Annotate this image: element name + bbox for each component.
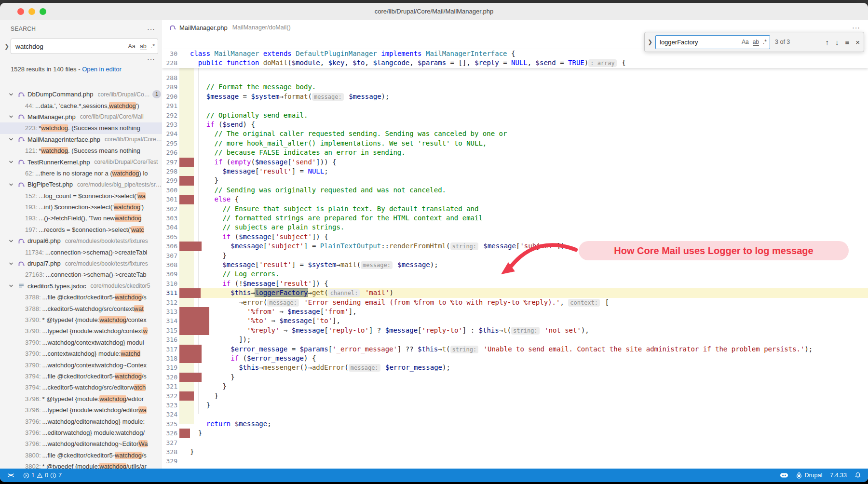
search-panel-menu-icon[interactable]: ··· [147, 25, 155, 33]
search-result-match-row[interactable]: 223: * watchdog. (Success means nothing [0, 122, 162, 134]
code-line[interactable]: 312 →error(message: 'Error sending email… [162, 298, 868, 307]
code-line[interactable]: 329 [162, 457, 868, 466]
code-line[interactable]: 303 // formatted strings are prepared fo… [162, 214, 868, 223]
search-result-match-row[interactable]: 193: ...()->fetchField(), 'Two new watch… [0, 213, 162, 224]
search-result-match-row[interactable]: 3796: ...watchdog/editorwatchdog} module… [0, 416, 162, 427]
code-line[interactable]: 314 '%to' ⇒ $message['to'], [162, 316, 868, 325]
find-next-icon[interactable]: ↓ [835, 38, 839, 46]
code-line[interactable]: 320 } [162, 373, 868, 382]
language-mode[interactable]: Drupal [796, 472, 822, 479]
search-result-match-row[interactable]: 62: ...there is no storage nor a (watchd… [0, 168, 162, 179]
code-line[interactable]: 298 $message['result'] = NULL; [162, 167, 868, 176]
search-result-match-row[interactable]: 3790: ...watchdog/contextwatchdog} modul [0, 337, 162, 348]
code-line[interactable]: 295 // more hook_mail_alter() implementa… [162, 139, 868, 148]
search-result-match-row[interactable]: 44: ...data.', 'cache.*,sessions,watchdo… [0, 100, 162, 111]
tab-file-name[interactable]: MailManager.php [179, 24, 228, 31]
code-line[interactable]: 322 } [162, 391, 868, 401]
search-result-match-row[interactable]: 3802: * @typedef {module:watchdog/utils/… [0, 461, 162, 469]
code-line[interactable]: 308 $message['result'] = $system→mail(me… [162, 260, 868, 269]
problems-indicator[interactable]: 1 0 7 [23, 472, 62, 479]
code-line[interactable]: 323 } [162, 401, 868, 410]
find-previous-icon[interactable]: ↑ [825, 38, 829, 46]
code-line[interactable]: 310 if (!$message['result']) { [162, 279, 868, 288]
code-line[interactable]: 325 return $message; [162, 419, 868, 429]
code-line[interactable]: 291 [162, 101, 868, 110]
regex-icon[interactable]: .* [151, 43, 155, 50]
code-line[interactable]: 294 // The original caller requested sen… [162, 129, 868, 138]
toggle-replace-expand-icon[interactable]: ❯ [645, 39, 655, 45]
code-line[interactable]: 316 ]); [162, 335, 868, 344]
find-close-icon[interactable]: × [855, 38, 860, 46]
search-result-file-row[interactable]: drupal7.phpcore/modules/book/tests/fixtu… [0, 258, 162, 269]
search-result-match-row[interactable]: 3796: * @typedef {module:watchdog/editor [0, 393, 162, 404]
search-result-match-row[interactable]: 193: ...int) $connection->select('watchd… [0, 202, 162, 213]
search-result-file-row[interactable]: MailManager.phpcore/lib/Drupal/Core/Mail [0, 111, 162, 122]
copilot-icon[interactable] [780, 472, 788, 479]
code-line[interactable]: 296 // because FALSE indicates an error … [162, 148, 868, 157]
search-result-match-row[interactable]: 152: ...log_count = $connection->select(… [0, 190, 162, 202]
code-line[interactable]: 317 $error_message = $params['_error_mes… [162, 345, 868, 354]
code-line[interactable]: 304 // subjects are plain strings. [162, 223, 868, 232]
search-result-match-row[interactable]: 3790: ...typedef {module:watchdog/contex… [0, 325, 162, 336]
code-line[interactable]: 328} [162, 447, 868, 457]
code-line[interactable]: 315 '%reply' ⇒ $message['reply-to'] ? $m… [162, 326, 868, 335]
find-in-selection-icon[interactable]: ≡ [845, 38, 849, 46]
code-line[interactable]: 299 } [162, 176, 868, 185]
toggle-search-details-icon[interactable]: ··· [0, 54, 162, 63]
search-result-match-row[interactable]: 27163: ...connection->schema()->createTa… [0, 269, 162, 280]
search-result-match-row[interactable]: 3794: ...file @ckeditor/ckeditor5-watchd… [0, 371, 162, 382]
whole-word-icon[interactable]: ab [140, 43, 147, 50]
search-result-file-row[interactable]: ckeditor5.types.jsdoccore/modules/ckedit… [0, 281, 162, 292]
code-line[interactable]: 302 // Ensure that subject is plain text… [162, 204, 868, 214]
open-in-editor-link[interactable]: Open in editor [82, 66, 122, 73]
code-line[interactable]: 288 [162, 73, 868, 82]
code-line[interactable]: 290 $message = $system→format(message: $… [162, 92, 868, 101]
code-line[interactable]: 228 public function doMail($module, $key… [162, 58, 868, 67]
search-result-match-row[interactable]: 3794: ...ckeditor5-watchdog/src/editorwa… [0, 382, 162, 393]
code-line[interactable]: 326 } [162, 429, 868, 438]
code-line[interactable]: 301 else { [162, 195, 868, 204]
search-result-file-row[interactable]: BigPipeTest.phpcore/modules/big_pipe/tes… [0, 179, 162, 190]
match-case-icon[interactable]: Aa [128, 43, 135, 50]
code-line[interactable]: 318 if ($error_message) { [162, 354, 868, 363]
search-result-match-row[interactable]: 197: ...records = $connection->select('w… [0, 224, 162, 235]
notifications-bell-icon[interactable] [854, 472, 861, 479]
code-line[interactable]: 321 } [162, 382, 868, 391]
code-line[interactable]: 324 [162, 410, 868, 419]
search-result-match-row[interactable]: 3796: ...editorwatchdog} module:watchdog… [0, 427, 162, 438]
search-result-match-row[interactable]: 121: * watchdog. (Success means nothing [0, 145, 162, 156]
code-line[interactable]: 293 if ($send) { [162, 120, 868, 129]
search-result-file-row[interactable]: TestRunnerKernel.phpcore/lib/Drupal/Core… [0, 156, 162, 167]
search-result-file-row[interactable]: MailManagerInterface.phpcore/lib/Drupal/… [0, 134, 162, 145]
find-regex-icon[interactable]: .* [763, 39, 767, 45]
search-result-match-row[interactable]: 3796: ...typedef {module:watchdog/editor… [0, 404, 162, 416]
code-line[interactable]: 305 if ($message['subject']) { [162, 232, 868, 242]
remote-indicator-icon[interactable]: >< [6, 472, 15, 479]
code-line[interactable]: 327 [162, 438, 868, 447]
code-line[interactable]: 297 if (empty($message['send'])) { [162, 158, 868, 167]
code-line[interactable]: 311 $this→loggerFactory→get(channel: 'ma… [162, 288, 868, 297]
search-input[interactable]: watchdog Aa ab .* [11, 39, 158, 54]
search-result-match-row[interactable]: 3796: ...watchdog/editorwatchdog~EditorW… [0, 438, 162, 449]
search-result-match-row[interactable]: 3790: ...watchdog/contextwatchdog~Contex [0, 359, 162, 370]
find-whole-word-icon[interactable]: ab [753, 39, 759, 46]
search-result-match-row[interactable]: 3790: ...contextwatchdog} module:watchd [0, 348, 162, 359]
search-result-match-row[interactable]: 3800: ...file @ckeditor/ckeditor5-watchd… [0, 450, 162, 461]
code-line[interactable]: 300 // Sending was originally requested … [162, 186, 868, 195]
breadcrumb[interactable]: MailManager/doMail() [232, 24, 291, 31]
search-result-file-row[interactable]: DbDumpCommand.phpcore/lib/Drupal/Core/Co… [0, 89, 162, 100]
find-match-case-icon[interactable]: Aa [742, 39, 749, 45]
search-result-match-row[interactable]: 3788: ...ckeditor5-watchdog/src/contextw… [0, 303, 162, 314]
code-line[interactable]: 309 // Log errors. [162, 269, 868, 279]
search-result-match-row[interactable]: 3788: ...file @ckeditor/ckeditor5-watchd… [0, 292, 162, 303]
toggle-replace-icon[interactable]: ❯ [3, 43, 11, 50]
search-result-file-row[interactable]: drupal6.phpcore/modules/book/tests/fixtu… [0, 235, 162, 246]
search-result-match-row[interactable]: 3790: * @typedef {module:watchdog/contex [0, 314, 162, 325]
php-version[interactable]: 7.4.33 [830, 472, 847, 479]
code-line[interactable]: 313 '%from' ⇒ $message['from'], [162, 307, 868, 316]
find-input[interactable]: loggerFactory Aa ab .* [655, 35, 770, 49]
code-line[interactable]: 319 $this→messenger()→addError(message: … [162, 363, 868, 372]
code-line[interactable]: 292 // Optionally send email. [162, 111, 868, 120]
code-line[interactable]: 289 // Format the message body. [162, 82, 868, 92]
search-result-match-row[interactable]: 11734: ...connection->schema()->createTa… [0, 246, 162, 257]
